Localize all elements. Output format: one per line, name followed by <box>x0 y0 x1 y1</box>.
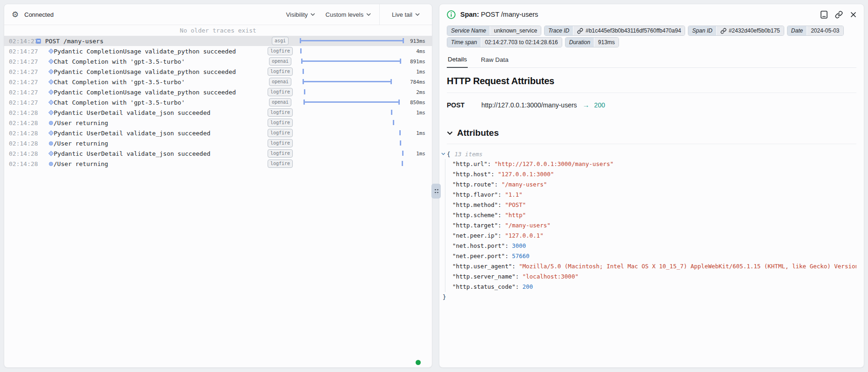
trace-row[interactable]: 02:14:27 Chat Completion with 'gpt-3.5-t… <box>4 77 432 87</box>
collapse-square-icon <box>36 39 41 44</box>
close-icon[interactable] <box>850 12 856 18</box>
json-key: "net.host.port": <box>452 242 508 249</box>
json-value: 57660 <box>512 252 530 259</box>
trace-row[interactable]: 02:14:28 Pydantic UserDetail validate_js… <box>4 148 432 159</box>
row-timestamp: 02:14:28 <box>9 130 36 137</box>
json-value: "1.1" <box>505 191 523 198</box>
duration-label: 1ms <box>404 110 425 116</box>
scope-tag: logfire <box>268 47 293 55</box>
info-icon <box>447 10 456 19</box>
row-timestamp: 02:14:28 <box>9 109 36 116</box>
meta-badge: Time span 02:14:27.703 to 02:14:28.616 <box>447 37 562 47</box>
json-value: "/many-users" <box>501 181 547 188</box>
duration-bar <box>303 69 304 74</box>
trace-row[interactable]: 02:14:27 Pydantic CompletionUsage valida… <box>4 46 432 56</box>
row-label: Pydantic UserDetail validate_json succee… <box>54 150 211 157</box>
settings-gear-icon[interactable]: ⚙ <box>12 11 19 19</box>
custom-levels-dropdown[interactable]: Custom levels <box>325 11 371 18</box>
duration-bar <box>303 79 392 84</box>
collapse-section-chevron-icon[interactable] <box>447 131 453 135</box>
trace-row[interactable]: 02:14:27 Pydantic CompletionUsage valida… <box>4 66 432 77</box>
detail-tabs: DetailsRaw Data <box>447 53 856 68</box>
link-icon[interactable] <box>720 28 727 34</box>
scope-tag: openai <box>269 98 291 106</box>
tab-raw-data[interactable]: Raw Data <box>480 53 509 67</box>
trace-row[interactable]: 02:14:28 /User returning logfire <box>4 159 432 169</box>
json-key: "net.peer.ip": <box>452 232 501 239</box>
row-label: Pydantic CompletionUsage validate_python… <box>54 68 236 75</box>
json-attribute-line: "http.scheme": "http" <box>452 210 856 220</box>
arrow-right-icon: → <box>583 101 590 109</box>
row-timestamp: 02:14:27 <box>9 58 36 65</box>
collapse-node-chevron-icon[interactable] <box>441 153 445 155</box>
chevron-down-icon <box>310 13 315 16</box>
trace-row-list: 02:14:27 POST /many-users asgi 913ms 02:… <box>4 36 432 169</box>
connection-status: Connected <box>24 11 54 18</box>
live-tail-dropdown[interactable]: Live tail <box>392 11 420 18</box>
request-url: http://127.0.0.1:3000/many-users <box>481 101 577 109</box>
meta-badge: Trace ID #b1c445ef3b0b43116df5760ffb470a… <box>544 26 685 36</box>
duration-track <box>300 138 404 148</box>
trace-row[interactable]: 02:14:27 POST /many-users asgi 913ms <box>4 36 432 46</box>
row-label: Pydantic CompletionUsage validate_python… <box>54 48 236 55</box>
json-key: "http.url": <box>452 160 491 167</box>
scope-tag: asgi <box>272 37 289 45</box>
diamond-icon <box>48 90 54 95</box>
row-label: /User returning <box>54 140 108 147</box>
duration-track <box>300 107 404 118</box>
json-value: "POST" <box>505 201 526 208</box>
duration-label: 2ms <box>404 89 425 95</box>
row-label: Chat Completion with 'gpt-3.5-turbo' <box>54 99 185 106</box>
json-key: "http.host": <box>452 171 494 178</box>
panel-resize-handle[interactable] <box>431 184 441 199</box>
diamond-icon <box>48 69 54 74</box>
tab-details[interactable]: Details <box>447 53 468 68</box>
json-value: 200 <box>523 283 533 290</box>
row-label: Pydantic UserDetail validate_json succee… <box>54 109 211 116</box>
row-timestamp: 02:14:28 <box>9 150 36 157</box>
visibility-dropdown[interactable]: Visibility <box>286 11 316 18</box>
duration-track <box>300 118 404 128</box>
copy-link-icon[interactable] <box>835 11 843 19</box>
live-tail-indicator-dot <box>416 360 421 365</box>
duration-track <box>300 87 404 97</box>
span-meta-badges-row1: Service Name unknown_service Trace ID #b… <box>447 26 856 36</box>
scope-tag: logfire <box>268 88 293 96</box>
attributes-section-heading: Attributes <box>447 128 856 144</box>
row-label: Pydantic CompletionUsage validate_python… <box>54 89 236 96</box>
duration-label: 1ms <box>404 130 425 136</box>
trace-row[interactable]: 02:14:28 Pydantic UserDetail validate_js… <box>4 128 432 138</box>
json-attribute-line: "http.url": "http://127.0.0.1:3000/many-… <box>452 159 856 169</box>
json-key: "net.peer.port": <box>452 252 508 259</box>
link-icon[interactable] <box>577 28 583 34</box>
duration-track <box>300 97 404 107</box>
dock-panel-icon[interactable] <box>821 11 828 19</box>
item-count: 13 items <box>455 151 483 158</box>
diamond-icon <box>48 49 54 54</box>
open-brace: { <box>447 151 451 158</box>
trace-row[interactable]: 02:14:27 Chat Completion with 'gpt-3.5-t… <box>4 97 432 107</box>
json-key: "http.route": <box>452 181 498 188</box>
diamond-icon <box>48 131 54 136</box>
trace-row[interactable]: 02:14:27 Pydantic CompletionUsage valida… <box>4 87 432 97</box>
span-meta-badges-row2: Time span 02:14:27.703 to 02:14:28.616 D… <box>447 37 856 47</box>
meta-badge: Service Name unknown_service <box>447 26 541 36</box>
json-value: "127.0.0.1" <box>505 232 544 239</box>
json-key: "http.target": <box>452 222 501 229</box>
attributes-json-tree: { 13 items "http.url": "http://127.0.0.1… <box>447 149 856 302</box>
trace-row[interactable]: 02:14:28 /User returning logfire <box>4 118 432 128</box>
scope-tag: logfire <box>268 108 293 117</box>
trace-row[interactable]: 02:14:28 /User returning logfire <box>4 138 432 148</box>
trace-row[interactable]: 02:14:28 Pydantic UserDetail validate_js… <box>4 107 432 118</box>
logfire-app: ⚙ Connected Visibility Custom levels Liv… <box>0 0 868 372</box>
row-timestamp: 02:14:28 <box>9 120 36 126</box>
json-value: "localhost:3000" <box>523 273 579 280</box>
row-timestamp: 02:14:27 <box>9 99 36 106</box>
trace-row[interactable]: 02:14:27 Chat Completion with 'gpt-3.5-t… <box>4 56 432 66</box>
scope-tag: logfire <box>268 119 293 127</box>
json-value: "http" <box>505 212 526 219</box>
request-summary-line: POST http://127.0.0.1:3000/many-users → … <box>447 101 856 109</box>
scope-tag: logfire <box>268 149 293 158</box>
row-timestamp: 02:14:27 <box>9 48 36 55</box>
json-value: "127.0.0.1:3000" <box>498 171 554 178</box>
